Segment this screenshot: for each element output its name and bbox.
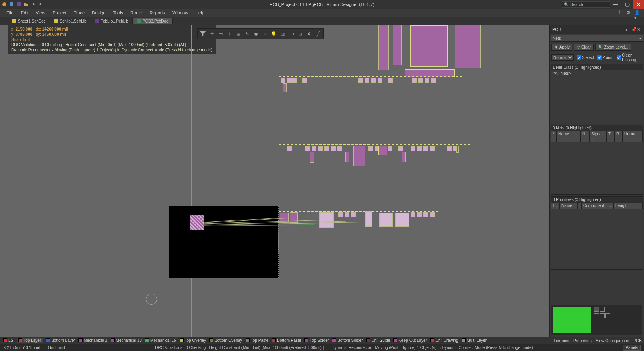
gear-icon[interactable]: ⚙	[626, 10, 632, 16]
select-checkbox[interactable]: Select	[577, 55, 594, 60]
mask-mode-select[interactable]: Normal	[551, 54, 574, 61]
tab-pcblib1[interactable]: PcbLib1.PcbLib	[91, 18, 133, 24]
zoom-level-button[interactable]: 🔍Zoom Level...	[595, 44, 632, 51]
component[interactable]	[319, 212, 334, 228]
board-navigator[interactable]	[551, 305, 642, 335]
layer-top-overlay[interactable]: Top Overlay	[180, 338, 206, 343]
user-icon[interactable]: 👤▾	[634, 10, 640, 16]
layer-top-paste[interactable]: Top Paste	[246, 338, 268, 343]
maximize-button[interactable]: ▢	[621, 0, 633, 9]
tab-pcb3[interactable]: PCB3.PcbDoc	[133, 18, 173, 24]
layer-keepout[interactable]: Keep-Out Layer	[393, 338, 427, 343]
minimize-button[interactable]: —	[610, 0, 621, 9]
component[interactable]	[402, 152, 406, 162]
save-icon[interactable]	[16, 2, 22, 7]
clear-existing-checkbox[interactable]: Clear Existing	[617, 53, 642, 62]
primitives-column-headers[interactable]: T... Name Component L... Length	[551, 203, 643, 209]
route-icon[interactable]: ↯	[243, 30, 251, 38]
zoom-checkbox[interactable]: Zoom	[597, 55, 614, 60]
layer-mech15[interactable]: Mechanical 15	[145, 338, 176, 343]
layer-drill-guide[interactable]: Drill Guide	[366, 338, 390, 343]
component[interactable]	[393, 25, 402, 65]
clear-button[interactable]: ▽Clear	[574, 44, 594, 51]
component[interactable]	[353, 146, 365, 166]
component[interactable]	[456, 146, 459, 153]
tab-libraries[interactable]: Libraries	[554, 339, 569, 343]
layer-multilayer[interactable]: Multi-Layer	[462, 338, 487, 343]
layer-drill-drawing[interactable]: Drill Drawing	[430, 338, 458, 343]
component[interactable]	[310, 152, 314, 163]
open-icon[interactable]	[23, 2, 29, 7]
layer-top[interactable]: Top Layer	[17, 338, 43, 343]
select-rect-icon[interactable]: ▭	[217, 30, 225, 38]
view-option-button[interactable]	[605, 313, 610, 318]
layer-top-solder[interactable]: Top Solder	[304, 338, 329, 343]
tab-properties[interactable]: Properties	[573, 339, 592, 343]
menu-window[interactable]: Window	[169, 10, 191, 16]
selected-component[interactable]	[190, 215, 204, 230]
layer-mech1[interactable]: Mechanical 1	[78, 338, 107, 343]
arc-icon[interactable]: ∿	[261, 30, 269, 38]
layer-ls[interactable]: LS	[3, 338, 13, 343]
chevron-down-icon[interactable]: ▾	[625, 27, 630, 32]
component[interactable]	[345, 152, 349, 162]
view-option-button[interactable]	[600, 313, 605, 318]
dimension-icon[interactable]: ⟷	[287, 30, 295, 38]
menu-view[interactable]: View	[33, 10, 49, 16]
filter-icon[interactable]	[199, 30, 207, 38]
move-icon[interactable]: ✛	[208, 30, 216, 38]
close-button[interactable]: ✕	[633, 0, 644, 9]
component[interactable]	[283, 83, 287, 92]
component[interactable]	[378, 25, 389, 70]
global-search-input[interactable]: 🔍 Search	[562, 1, 610, 8]
share-icon[interactable]: ⤴	[618, 10, 624, 16]
tab-sheet1[interactable]: Sheet1.SchDoc	[8, 18, 50, 24]
layer-bottom-paste[interactable]: Bottom Paste	[272, 338, 301, 343]
bulb-icon[interactable]: 💡	[270, 30, 278, 38]
nets-column-headers[interactable]: * Name N... Signal ... T... R... Unrou..…	[551, 131, 643, 142]
menu-edit[interactable]: Edit	[18, 10, 32, 16]
menu-place[interactable]: Place	[70, 10, 88, 16]
component[interactable]	[379, 213, 393, 227]
view-option-button[interactable]	[594, 313, 599, 318]
pin-icon[interactable]: 📌	[631, 27, 636, 32]
menu-help[interactable]: Help	[192, 10, 208, 16]
redo-icon[interactable]	[38, 2, 43, 7]
view-3d-button[interactable]	[600, 307, 605, 312]
layer-mech13[interactable]: Mechanical 13	[111, 338, 142, 343]
layer-bottom-overlay[interactable]: Bottom Overlay	[209, 338, 242, 343]
pcb-canvas[interactable]: x: 2150.000 dx: 14260.000 mil y: 3785.00…	[0, 25, 549, 337]
component[interactable]	[290, 212, 298, 223]
component[interactable]	[395, 213, 409, 227]
layer-bottom[interactable]: Bottom Layer	[46, 338, 75, 343]
menu-reports[interactable]: Reports	[146, 10, 168, 16]
menu-route[interactable]: Route	[127, 10, 145, 16]
apply-button[interactable]: ▼Apply	[551, 44, 572, 51]
close-panel-icon[interactable]: ✕	[637, 27, 642, 32]
component-icon[interactable]: ▦	[234, 30, 242, 38]
undo-icon[interactable]	[31, 2, 36, 7]
panels-button[interactable]: Panels	[623, 345, 641, 351]
layer-bottom-solder[interactable]: Bottom Solder	[332, 338, 363, 343]
tab-schlib1[interactable]: Schlib1.SchLib	[50, 18, 91, 24]
tab-view-configuration[interactable]: View Configuration	[596, 339, 630, 343]
navigator-preview[interactable]	[553, 307, 592, 333]
drill-icon[interactable]: ⊡	[296, 30, 304, 38]
net-class-item[interactable]: <All Nets>	[553, 71, 641, 76]
menu-tools[interactable]: Tools	[109, 10, 126, 16]
component[interactable]	[378, 146, 387, 155]
text-icon[interactable]: A	[305, 30, 313, 38]
align-icon[interactable]: ⫴	[225, 30, 233, 38]
tab-pcb[interactable]: PCB	[633, 339, 642, 343]
menu-design[interactable]: Design	[89, 10, 109, 16]
component[interactable]	[410, 25, 448, 67]
component[interactable]	[365, 211, 372, 227]
component[interactable]	[280, 213, 289, 222]
new-doc-icon[interactable]	[9, 2, 14, 7]
via-icon[interactable]: ◉	[252, 30, 260, 38]
menu-file[interactable]: File	[3, 10, 17, 16]
component[interactable]	[455, 25, 481, 68]
view-2d-button[interactable]	[594, 307, 599, 312]
polygon-icon[interactable]: ▨	[279, 30, 287, 38]
filter-dropdown[interactable]: Nets ▾	[551, 35, 643, 42]
